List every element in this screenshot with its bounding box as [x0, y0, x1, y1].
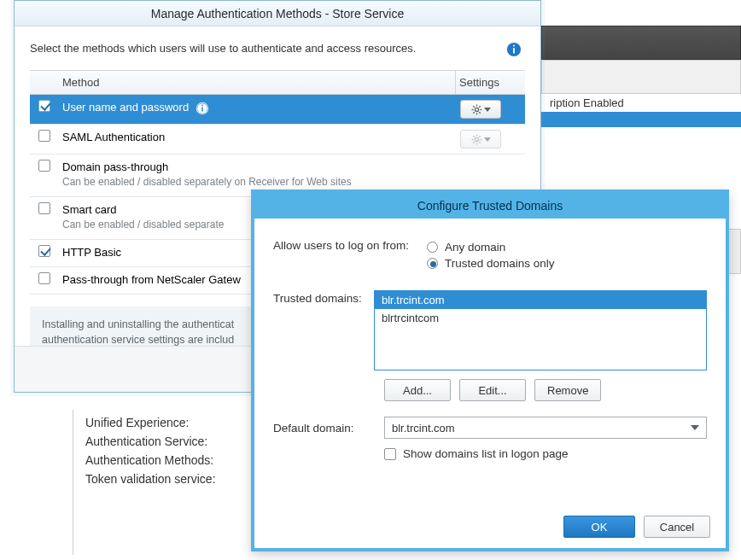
method-label: User name and password [62, 101, 189, 114]
method-label: HTTP Basic [62, 246, 121, 259]
svg-line-22 [473, 136, 474, 137]
cancel-button[interactable]: Cancel [644, 516, 710, 538]
method-sublabel: Can be enabled / disabled separate [62, 219, 224, 230]
trusted-domains-label: Trusted domains: [273, 290, 365, 370]
checkbox[interactable] [38, 100, 50, 112]
svg-line-23 [479, 142, 480, 143]
edit-button[interactable]: Edit... [459, 379, 526, 401]
radio-dot [427, 258, 438, 269]
checkbox[interactable] [38, 160, 50, 172]
svg-line-16 [479, 106, 480, 107]
method-label: Smart card [62, 203, 117, 216]
bg-dark-bar [541, 26, 741, 60]
show-domains-label: Show domains list in logon page [403, 447, 569, 460]
allow-logon-label: Allow users to log on from: [273, 237, 418, 252]
method-sublabel: Can be enabled / disabled separately on … [62, 176, 352, 188]
bg-subscription-label: ription Enabled [543, 93, 631, 113]
table-header: Method Settings [30, 71, 525, 95]
checkbox[interactable] [38, 272, 50, 284]
window-title: Manage Authentication Methods - Store Se… [15, 1, 540, 26]
radio-dot [427, 242, 438, 253]
bg-light-bar [541, 60, 741, 94]
list-item[interactable]: blrtrcintcom [375, 309, 706, 327]
default-domain-label: Default domain: [273, 422, 376, 435]
checkbox[interactable] [38, 202, 50, 214]
method-label: Domain pass-through [62, 160, 168, 173]
svg-line-25 [479, 136, 480, 137]
add-button[interactable]: Add... [384, 379, 451, 401]
caret-down-icon [691, 425, 699, 430]
checkbox[interactable] [38, 245, 50, 257]
method-label: SAML Authentication [62, 131, 165, 143]
svg-point-17 [475, 137, 478, 141]
radio-any-domain[interactable]: Any domain [427, 241, 707, 254]
combo-value: blr.trcint.com [392, 422, 455, 435]
info-icon[interactable] [506, 42, 522, 61]
method-row-saml[interactable]: SAML Authentication [30, 125, 525, 155]
svg-point-8 [475, 108, 478, 111]
bg-blue-stripe [541, 112, 741, 127]
default-domain-combo[interactable]: blr.trcint.com [384, 417, 707, 439]
caret-down-icon [484, 108, 491, 112]
configure-trusted-domains-window: Configure Trusted Domains Allow users to… [251, 190, 729, 551]
remove-button[interactable]: Remove [534, 379, 601, 401]
radio-trusted-only[interactable]: Trusted domains only [427, 257, 707, 270]
col-method: Method [59, 71, 455, 94]
svg-line-13 [473, 106, 474, 107]
svg-rect-2 [513, 45, 515, 47]
intro-text: Select the methods which users will use … [30, 42, 525, 55]
svg-rect-7 [201, 104, 203, 106]
method-row-username-password[interactable]: User name and password [30, 95, 525, 125]
trusted-domains-list[interactable]: blr.trcint.com blrtrcintcom [374, 290, 707, 370]
svg-line-15 [473, 112, 474, 113]
settings-button[interactable] [460, 130, 501, 149]
settings-button[interactable] [460, 100, 501, 119]
radio-label: Any domain [445, 241, 505, 254]
svg-rect-6 [201, 107, 203, 111]
method-label: Pass-through from NetScaler Gatew [62, 273, 241, 286]
svg-line-24 [473, 142, 474, 143]
checkbox[interactable] [38, 130, 50, 142]
radio-label: Trusted domains only [445, 257, 555, 270]
window-title: Configure Trusted Domains [254, 193, 726, 219]
col-settings: Settings [455, 71, 525, 94]
list-item[interactable]: blr.trcint.com [375, 291, 706, 309]
svg-rect-1 [513, 48, 515, 53]
svg-line-14 [479, 112, 480, 113]
info-icon[interactable] [195, 102, 209, 115]
show-domains-checkbox[interactable] [384, 448, 396, 460]
caret-down-icon [484, 137, 491, 142]
ok-button[interactable]: OK [563, 516, 635, 538]
